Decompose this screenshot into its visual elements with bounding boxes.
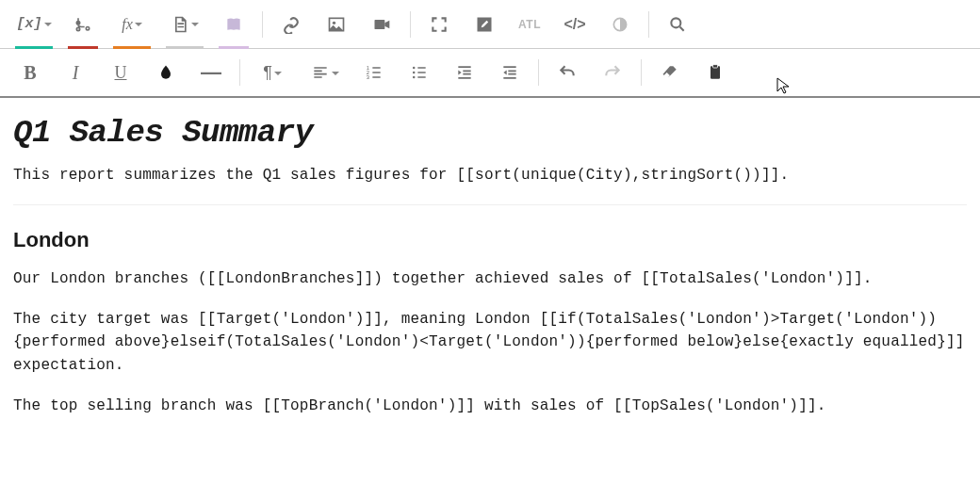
fullscreen-icon xyxy=(430,15,449,34)
variable-button[interactable]: [x] xyxy=(11,6,57,43)
paragraph-3: The top selling branch was [[TopBranch('… xyxy=(13,395,967,418)
search-icon xyxy=(668,15,687,34)
separator xyxy=(239,59,240,86)
separator xyxy=(538,59,539,86)
branch-icon xyxy=(74,15,92,34)
indent-button[interactable] xyxy=(446,54,483,91)
clipboard-icon xyxy=(706,63,725,82)
paragraph-2: The city target was [[Target('London')]]… xyxy=(13,308,967,378)
svg-point-11 xyxy=(413,76,416,79)
svg-rect-13 xyxy=(713,65,718,68)
contrast-icon xyxy=(611,15,629,34)
video-icon xyxy=(372,15,391,34)
paragraph-1: Our London branches ([[LondonBranches]])… xyxy=(13,267,967,291)
unordered-list-icon xyxy=(410,63,429,82)
code-button[interactable]: </> xyxy=(556,6,594,43)
underline-button[interactable]: U xyxy=(102,54,139,91)
toolbar-row-2: B I U — ¶ 123 xyxy=(0,49,980,98)
link-button[interactable] xyxy=(272,6,310,43)
book-button[interactable] xyxy=(215,6,253,43)
drop-icon xyxy=(156,63,175,82)
editor-content[interactable]: Q1 Sales Summary This report summarizes … xyxy=(0,98,980,452)
branch-button[interactable] xyxy=(64,6,102,43)
search-button[interactable] xyxy=(659,6,696,43)
fullscreen-button[interactable] xyxy=(420,6,458,43)
video-button[interactable] xyxy=(363,6,400,43)
intro-paragraph: This report summarizes the Q1 sales figu… xyxy=(13,164,967,187)
separator xyxy=(262,11,263,38)
svg-text:3: 3 xyxy=(367,74,369,80)
svg-point-1 xyxy=(333,21,335,24)
eraser-button[interactable] xyxy=(651,54,689,91)
clipboard-button[interactable] xyxy=(696,54,734,91)
separator xyxy=(641,59,642,86)
toolbar-row-1: [x] fx ATL </> xyxy=(0,0,980,49)
section-heading: London xyxy=(13,228,967,252)
svg-point-10 xyxy=(413,72,416,74)
italic-button[interactable]: I xyxy=(57,54,94,91)
book-icon xyxy=(224,15,243,34)
unordered-list-button[interactable] xyxy=(400,54,438,91)
function-button[interactable]: fx xyxy=(109,6,155,43)
paragraph-button[interactable]: ¶ xyxy=(250,54,295,91)
image-button[interactable] xyxy=(318,6,355,43)
svg-point-9 xyxy=(413,67,416,70)
alt-text-button[interactable]: ATL xyxy=(511,6,548,43)
ordered-list-icon: 123 xyxy=(365,63,384,82)
contrast-button[interactable] xyxy=(601,6,639,43)
section-divider xyxy=(13,204,967,205)
document-icon xyxy=(171,15,189,34)
link-icon xyxy=(282,15,301,34)
strikethrough-button[interactable]: — xyxy=(192,54,230,91)
indent-icon xyxy=(455,63,474,82)
svg-point-5 xyxy=(671,18,680,27)
redo-icon xyxy=(603,63,622,82)
align-icon xyxy=(311,63,330,82)
bold-button[interactable]: B xyxy=(11,54,49,91)
color-drop-button[interactable] xyxy=(147,54,185,91)
document-button[interactable] xyxy=(162,6,207,43)
svg-rect-2 xyxy=(375,20,385,29)
alt-label: ATL xyxy=(518,18,541,31)
redo-button[interactable] xyxy=(594,54,631,91)
outdent-button[interactable] xyxy=(491,54,529,91)
separator xyxy=(648,11,649,38)
edit-icon xyxy=(475,15,494,34)
edit-block-button[interactable] xyxy=(466,6,503,43)
separator xyxy=(410,11,411,38)
outdent-icon xyxy=(500,63,519,82)
undo-button[interactable] xyxy=(548,54,586,91)
ordered-list-button[interactable]: 123 xyxy=(355,54,393,91)
undo-icon xyxy=(558,63,577,82)
image-icon xyxy=(327,15,346,34)
align-button[interactable] xyxy=(302,54,348,91)
eraser-icon xyxy=(661,63,679,82)
document-title: Q1 Sales Summary xyxy=(13,115,967,151)
